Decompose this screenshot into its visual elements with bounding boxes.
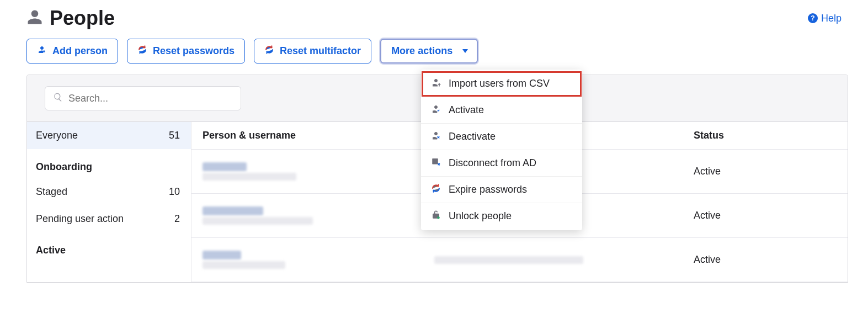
- blurred-name: [203, 162, 247, 171]
- dropdown-item-label: Import users from CSV: [449, 78, 550, 89]
- more-actions-label: More actions: [391, 45, 452, 57]
- blurred-name: [203, 251, 241, 260]
- dropdown-activate[interactable]: Activate: [421, 97, 582, 124]
- sidebar-item-pending[interactable]: Pending user action 2: [27, 205, 191, 232]
- blurred-username: [203, 261, 285, 269]
- sidebar-item-count: 51: [169, 130, 180, 141]
- dropdown-disconnect-ad[interactable]: Disconnect from AD: [421, 150, 582, 177]
- add-person-button[interactable]: Add person: [26, 39, 118, 63]
- blurred-name: [203, 206, 263, 215]
- svg-point-1: [437, 216, 440, 219]
- status-cell: Active: [694, 210, 782, 221]
- sidebar-item-label: Staged: [36, 186, 67, 198]
- help-icon: ?: [808, 13, 818, 23]
- blurred-username: [203, 173, 296, 181]
- sync-icon: [137, 45, 147, 57]
- search-input-wrap[interactable]: [45, 86, 241, 110]
- col-header-status: Status: [694, 130, 782, 141]
- sidebar-item-count: 10: [169, 186, 180, 198]
- chevron-down-icon: [462, 49, 468, 53]
- col-header-person: Person & username: [203, 130, 434, 141]
- more-actions-dropdown: Import users from CSV Activate Deactivat…: [421, 70, 582, 230]
- sidebar-item-label: Pending user action: [36, 213, 124, 225]
- sidebar-item-everyone[interactable]: Everyone 51: [27, 122, 191, 149]
- dropdown-import-csv[interactable]: Import users from CSV: [421, 71, 582, 97]
- lock-open-icon: [431, 210, 441, 223]
- reset-passwords-button[interactable]: Reset passwords: [127, 39, 245, 63]
- more-actions-button[interactable]: More actions: [380, 39, 478, 63]
- reset-passwords-label: Reset passwords: [153, 45, 235, 57]
- add-person-icon: [37, 45, 47, 57]
- status-cell: Active: [694, 254, 782, 266]
- add-person-label: Add person: [52, 45, 108, 57]
- person-check-icon: [431, 104, 441, 117]
- svg-rect-0: [432, 158, 438, 165]
- search-icon: [53, 92, 68, 104]
- table-row[interactable]: Active: [191, 238, 848, 282]
- help-label: Help: [821, 13, 842, 24]
- person-arrow-icon: [431, 77, 441, 90]
- dropdown-item-label: Activate: [449, 104, 484, 116]
- sidebar-item-label: Everyone: [36, 130, 78, 141]
- sync-icon: [264, 45, 274, 57]
- ad-x-icon: [431, 157, 441, 170]
- dropdown-item-label: Unlock people: [449, 210, 512, 222]
- help-link[interactable]: ? Help: [808, 13, 842, 24]
- reset-multifactor-label: Reset multifactor: [280, 45, 361, 57]
- reset-multifactor-button[interactable]: Reset multifactor: [254, 39, 371, 63]
- status-cell: Active: [694, 166, 782, 177]
- dropdown-item-label: Disconnect from AD: [449, 157, 536, 169]
- page-title: People: [50, 7, 115, 30]
- sync-icon: [431, 183, 441, 196]
- blurred-username: [203, 217, 313, 225]
- person-icon: [26, 9, 43, 28]
- search-input[interactable]: [68, 93, 233, 104]
- dropdown-item-label: Deactivate: [449, 131, 496, 142]
- person-x-icon: [431, 130, 441, 143]
- sidebar-header-onboarding: Onboarding: [27, 149, 191, 178]
- sidebar-item-staged[interactable]: Staged 10: [27, 178, 191, 205]
- filter-sidebar: Everyone 51 Onboarding Staged 10 Pending…: [27, 122, 191, 282]
- dropdown-unlock-people[interactable]: Unlock people: [421, 203, 582, 229]
- sidebar-item-count: 2: [174, 213, 180, 225]
- sidebar-header-active: Active: [27, 232, 191, 262]
- dropdown-expire-passwords[interactable]: Expire passwords: [421, 177, 582, 203]
- blurred-email: [434, 256, 583, 264]
- dropdown-item-label: Expire passwords: [449, 184, 527, 195]
- dropdown-deactivate[interactable]: Deactivate: [421, 124, 582, 150]
